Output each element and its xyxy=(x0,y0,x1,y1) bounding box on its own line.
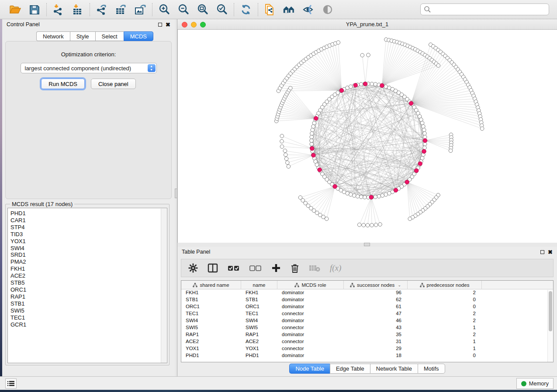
export-image-icon[interactable] xyxy=(134,3,147,16)
mcds-result-title: MCDS result (17 nodes) xyxy=(10,201,74,207)
import-table-icon[interactable] xyxy=(71,3,84,16)
zoom-fit-icon[interactable] xyxy=(196,3,209,16)
task-history-button[interactable] xyxy=(5,378,17,389)
mcds-result-item[interactable]: GCR1 xyxy=(10,321,167,328)
tab-select[interactable]: Select xyxy=(95,31,124,41)
duplicate-network-icon[interactable] xyxy=(263,3,277,16)
tab-motifs[interactable]: Motifs xyxy=(418,364,445,374)
mcds-result-list[interactable]: PHD1CAR1STP4TID3YOX1SWI4SRD1PMA2FKH1ACE2… xyxy=(7,208,167,363)
table-row[interactable]: FKH1FKH1dominator962 xyxy=(181,289,553,296)
criterion-dropdown-value: largest connected component (undirected) xyxy=(25,65,131,72)
import-network-icon[interactable] xyxy=(52,3,65,16)
add-column-icon[interactable] xyxy=(271,263,281,273)
memory-button[interactable]: Memory xyxy=(516,378,554,389)
mcds-result-item[interactable]: ORC1 xyxy=(10,286,167,293)
table-cell: dominator xyxy=(277,352,344,359)
tab-style[interactable]: Style xyxy=(70,31,95,41)
zoom-out-icon[interactable] xyxy=(177,3,190,16)
column-header-predecessor-nodes[interactable]: predecessor nodes xyxy=(408,281,482,289)
mcds-result-item[interactable]: SRD1 xyxy=(10,251,167,258)
column-header-successor-nodes[interactable]: successor nodes⌄ xyxy=(344,281,408,289)
mcds-result-item[interactable]: RAP1 xyxy=(10,293,167,300)
mcds-result-item[interactable]: STB1 xyxy=(10,300,167,307)
node-table[interactable]: shared namenameMCDS rolesuccessor nodes⌄… xyxy=(181,280,554,362)
close-table-panel-icon[interactable]: ✖ xyxy=(548,250,553,254)
mcds-tab-content: Optimization criterion: largest connecte… xyxy=(5,41,172,199)
show-hidden-icon[interactable] xyxy=(321,3,334,16)
table-cell: SWI5 xyxy=(241,324,277,331)
column-header-MCDS-role[interactable]: MCDS role xyxy=(277,281,344,289)
mcds-result-item[interactable]: STB5 xyxy=(10,279,167,286)
table-cell: 62 xyxy=(344,296,408,303)
hide-selected-icon[interactable] xyxy=(302,3,315,16)
table-row[interactable]: STB1STB1dominator620 xyxy=(181,296,553,303)
function-builder-icon[interactable]: f(x) xyxy=(330,263,341,273)
export-network-icon[interactable] xyxy=(95,3,108,16)
table-row[interactable]: RAP1RAP1dominator352 xyxy=(181,331,553,338)
control-panel-title: Control Panel xyxy=(7,21,40,28)
apps-icon[interactable] xyxy=(283,3,296,16)
network-window-titlebar[interactable]: YPA_prune.txt_1 xyxy=(177,19,557,30)
mcds-result-group: MCDS result (17 nodes) PHD1CAR1STP4TID3Y… xyxy=(5,204,170,365)
list-icon xyxy=(7,381,14,386)
criterion-dropdown[interactable]: largest connected component (undirected)… xyxy=(21,63,157,73)
table-row[interactable]: SWI5SWI5connector431 xyxy=(181,324,553,331)
column-header-label: name xyxy=(253,282,266,288)
close-panel-icon[interactable]: ✖ xyxy=(166,23,170,27)
mcds-result-item[interactable]: STP4 xyxy=(10,224,167,231)
run-mcds-button[interactable]: Run MCDS xyxy=(41,79,85,89)
tab-edge-table[interactable]: Edge Table xyxy=(330,364,370,374)
mcds-result-item[interactable]: YOX1 xyxy=(10,238,167,245)
tab-network[interactable]: Network xyxy=(36,31,70,41)
save-session-icon[interactable] xyxy=(28,3,41,16)
table-cell: dominator xyxy=(277,296,344,303)
mcds-result-item[interactable]: SWI4 xyxy=(10,245,167,252)
mcds-result-item[interactable]: PMA2 xyxy=(10,258,167,265)
tab-node-table[interactable]: Node Table xyxy=(289,364,330,374)
column-header-shared-name[interactable]: shared name xyxy=(181,281,241,289)
mcds-result-item[interactable]: FKH1 xyxy=(10,265,167,272)
network-canvas[interactable] xyxy=(177,30,557,243)
table-scrollbar-thumb[interactable] xyxy=(549,291,552,331)
settings-gear-icon[interactable] xyxy=(188,263,198,273)
column-header-label: predecessor nodes xyxy=(427,282,470,288)
table-cell: connector xyxy=(277,345,344,352)
column-header-name[interactable]: name xyxy=(241,281,277,289)
maximize-window-icon[interactable] xyxy=(200,22,206,28)
table-scrollbar[interactable] xyxy=(547,290,553,362)
open-folder-icon[interactable] xyxy=(9,3,22,16)
select-all-icon[interactable] xyxy=(228,265,240,272)
mcds-result-item[interactable]: TEC1 xyxy=(10,314,167,321)
tab-mcds[interactable]: MCDS xyxy=(124,31,153,41)
table-row[interactable]: ORC1ORC1dominator610 xyxy=(181,303,553,310)
table-row[interactable]: SWI4SWI4dominator462 xyxy=(181,317,553,324)
refresh-view-icon[interactable] xyxy=(239,3,253,16)
minimize-window-icon[interactable] xyxy=(191,22,197,28)
table-row[interactable]: YOX1YOX1connector291 xyxy=(181,345,553,352)
network-graph[interactable] xyxy=(178,30,557,243)
export-table-icon[interactable] xyxy=(114,3,128,16)
show-hide-columns-icon[interactable] xyxy=(208,263,218,273)
search-input[interactable] xyxy=(420,3,549,15)
mcds-list-scrollbar[interactable] xyxy=(161,209,166,363)
mcds-result-item[interactable]: ACE2 xyxy=(10,272,167,279)
delete-table-icon[interactable] xyxy=(309,264,320,272)
table-row[interactable]: TEC1TEC1connector472 xyxy=(181,310,553,317)
tab-network-table[interactable]: Network Table xyxy=(370,364,418,374)
mcds-result-item[interactable]: SWI5 xyxy=(10,307,167,314)
close-window-icon[interactable] xyxy=(182,22,187,28)
close-panel-button[interactable]: Close panel xyxy=(91,79,136,89)
zoom-in-icon[interactable] xyxy=(158,3,171,16)
float-panel-icon[interactable] xyxy=(158,23,162,27)
mcds-result-item[interactable]: CAR1 xyxy=(10,217,167,224)
mcds-result-item[interactable]: PHD1 xyxy=(10,210,167,217)
table-row[interactable]: PHD1PHD1dominator180 xyxy=(181,352,553,359)
delete-column-icon[interactable] xyxy=(291,263,299,273)
float-table-panel-icon[interactable] xyxy=(540,250,544,254)
mcds-result-item[interactable]: TID3 xyxy=(10,231,167,238)
deselect-all-icon[interactable] xyxy=(249,265,262,272)
column-type-icon xyxy=(350,283,355,287)
table-cell: 47 xyxy=(344,310,408,317)
table-row[interactable]: ACE2ACE2connector311 xyxy=(181,338,553,345)
zoom-selected-icon[interactable] xyxy=(215,3,228,16)
